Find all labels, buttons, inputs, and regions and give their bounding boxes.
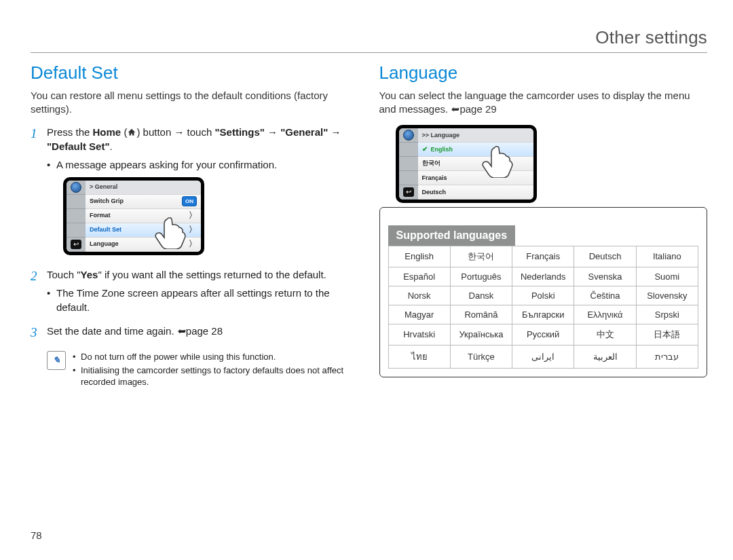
column-default-set: Default Set You can restore all menu set… (31, 62, 359, 390)
language-cell: Русский (512, 324, 574, 345)
step-number: 2 (31, 267, 47, 317)
language-cell: Čeština (574, 286, 636, 305)
chevron-right-icon: 〉 (189, 224, 197, 236)
language-cell: ไทย (388, 345, 450, 368)
back-icon: ↩ (71, 240, 81, 249)
language-cell: Українська (450, 324, 512, 345)
table-row: ไทยTürkçeايرانىالعربيةעברית (388, 345, 698, 368)
table-row: NorskDanskPolskiČeštinaSlovensky (388, 286, 698, 305)
page-ref-icon: ➥ (451, 102, 459, 116)
page-ref-icon: ➥ (177, 324, 186, 338)
language-cell: Hrvatski (388, 324, 450, 345)
table-row: MagyarRomânăБългарскиΕλληνικάSrpski (388, 305, 698, 324)
language-cell: Nederlands (512, 267, 574, 286)
language-cell: Suomi (636, 267, 698, 286)
check-icon: ✔ (422, 145, 428, 153)
language-cell: Dansk (450, 286, 512, 305)
language-intro: You can select the language the camcorde… (379, 89, 708, 117)
language-cell: Български (512, 305, 574, 324)
heading-language: Language (379, 62, 708, 83)
language-cell: Polski (512, 286, 574, 305)
language-cell: Română (450, 305, 512, 324)
language-cell: Español (388, 267, 450, 286)
chevron-right-icon: 〉 (189, 238, 197, 250)
language-cell: Ελληνικά (574, 305, 636, 324)
column-language: Language You can select the language the… (379, 62, 708, 390)
default-set-intro: You can restore all menu settings to the… (31, 89, 359, 117)
step-3: 3 Set the date and time again. ➥page 28 (31, 324, 359, 342)
language-cell: 한국어 (450, 246, 512, 267)
language-cell: ايرانى (512, 345, 574, 368)
language-cell: Français (512, 246, 574, 267)
page-header: Other settings (31, 27, 707, 48)
language-cell: 日本語 (636, 324, 698, 345)
back-icon: ↩ (403, 187, 414, 197)
table-row: HrvatskiУкраїнськаРусский中文日本語 (388, 324, 698, 345)
table-row: English한국어FrançaisDeutschItaliano (388, 246, 698, 267)
language-cell: Srpski (636, 305, 698, 324)
language-cell: עברית (636, 345, 698, 368)
step-1-note: A message appears asking for your confir… (47, 157, 359, 172)
languages-table: English한국어FrançaisDeutschItalianoEspañol… (388, 246, 699, 369)
language-cell: 中文 (574, 324, 636, 345)
language-cell: Slovensky (636, 286, 698, 305)
step-2-note: The Time Zone screen appears after all s… (47, 286, 359, 314)
home-icon (403, 130, 414, 141)
step-number: 3 (31, 324, 47, 342)
toggle-on-badge: ON (182, 196, 197, 206)
language-cell: Svenska (574, 267, 636, 286)
chevron-right-icon: 〉 (189, 210, 197, 221)
note-icon: ✎ (47, 351, 66, 370)
language-cell: Português (450, 267, 512, 286)
table-row: EspañolPortuguêsNederlandsSvenskaSuomi (388, 267, 698, 286)
supported-languages-heading: Supported languages (388, 225, 516, 246)
language-cell: Deutsch (574, 246, 636, 267)
step-number: 1 (31, 125, 47, 261)
page-number: 78 (31, 529, 42, 541)
language-cell: Italiano (636, 246, 698, 267)
language-cell: العربية (574, 345, 636, 368)
screenshot-general-menu: ↩ > General Switch GripON Format〉 Defaul… (63, 177, 204, 255)
language-cell: Magyar (388, 305, 450, 324)
step-1: 1 Press the Home () button → touch "Sett… (31, 125, 359, 261)
home-icon (127, 126, 136, 136)
language-cell: Norsk (388, 286, 450, 305)
supported-languages-box: Supported languages English한국어FrançaisDe… (379, 207, 708, 377)
language-cell: English (388, 246, 450, 267)
language-cell: Türkçe (450, 345, 512, 368)
home-icon (71, 182, 81, 193)
screenshot-language-menu: ↩ >> Language ✔English 한국어 Français Deut… (396, 125, 537, 203)
step-2: 2 Touch "Yes" if you want all the settin… (31, 267, 359, 317)
heading-default-set: Default Set (31, 62, 359, 83)
header-divider (31, 52, 707, 53)
note-box: ✎ Do not turn off the power while using … (47, 351, 359, 390)
